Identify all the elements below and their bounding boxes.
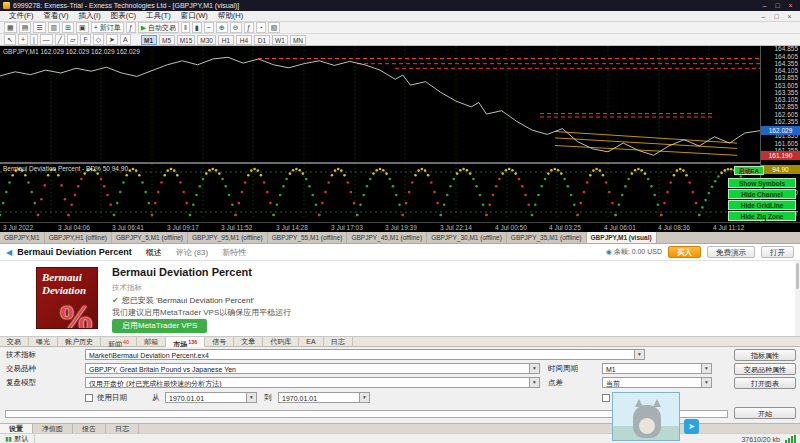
indicator-select[interactable]: Market\Bermaui Deviation Percent.ex4 ▾ xyxy=(85,349,645,360)
menu-item[interactable]: 图表(C) xyxy=(106,11,141,20)
profile-selector[interactable]: ▮▮ 默认 xyxy=(0,434,35,443)
fibonacci-icon[interactable]: F xyxy=(80,34,90,45)
menu-item[interactable]: 工具(T) xyxy=(141,11,176,20)
chevron-down-icon[interactable]: ▾ xyxy=(701,364,711,373)
period-d1[interactable]: D1 xyxy=(254,35,270,45)
chevron-down-icon[interactable]: ▾ xyxy=(529,378,539,387)
channel-icon[interactable]: ▱ xyxy=(67,34,78,45)
child-minimize-button[interactable]: – xyxy=(757,12,770,21)
dock-tab-code-base[interactable]: 代码库 xyxy=(263,337,299,347)
use-date-checkbox[interactable] xyxy=(85,394,93,402)
dock-tab-account-history[interactable]: 账户历史 xyxy=(58,337,101,347)
vertical-line-icon[interactable]: | xyxy=(30,34,38,45)
tab-reviews[interactable]: 评论 (83) xyxy=(176,247,208,258)
start-button[interactable]: 开始 xyxy=(734,407,796,419)
period-m5[interactable]: M5 xyxy=(159,35,175,45)
chart-tab[interactable]: GBPJPY_30,M1 (offline) xyxy=(427,232,507,244)
chart-tab[interactable]: GBPJPY_45,M1 (offline) xyxy=(347,232,427,244)
enable-vps-button[interactable]: 启用MetaTrader VPS xyxy=(112,319,207,333)
telegram-icon[interactable]: ➤ xyxy=(684,419,699,434)
profiles-icon[interactable]: ▤ xyxy=(19,22,32,33)
bar-chart-icon[interactable]: ‖ xyxy=(181,22,190,33)
dock-tab-mailbox[interactable]: 邮箱 xyxy=(137,337,166,347)
dock-tab-journal[interactable]: 日志 xyxy=(324,337,353,347)
chevron-down-icon[interactable]: ▾ xyxy=(246,393,256,402)
menu-item[interactable]: 帮助(H) xyxy=(213,11,248,20)
candlestick-icon[interactable]: ▮ xyxy=(192,22,202,33)
minimize-button[interactable]: – xyxy=(758,1,771,10)
menu-item[interactable]: 文件(F) xyxy=(4,11,39,20)
close-button[interactable]: × xyxy=(784,1,797,10)
menu-item[interactable]: 查看(V) xyxy=(39,11,74,20)
dock-tab-trade[interactable]: 交易 xyxy=(0,337,29,347)
shapes-icon[interactable]: ◇ xyxy=(93,34,104,45)
menu-item[interactable]: 窗口(W) xyxy=(176,11,213,20)
promo-video-popup[interactable] xyxy=(612,392,680,441)
chart-tab[interactable]: GBPJPY_35,M1 (offline) xyxy=(507,232,587,244)
scrollbar[interactable] xyxy=(795,261,800,336)
tab-overview[interactable]: 概述 xyxy=(146,247,162,258)
market-watch-icon[interactable]: ☰ xyxy=(33,22,45,33)
model-select[interactable]: 仅用开盘价 (对已完成柱最快速的分析方法) ▾ xyxy=(85,377,540,388)
indicators-icon[interactable]: ƒ xyxy=(244,22,254,33)
new-chart-icon[interactable]: ▦ xyxy=(4,22,17,33)
chart-tab[interactable]: GBPJPY,M1 xyxy=(0,232,45,244)
open-button[interactable]: 打开 xyxy=(761,246,794,258)
symbol-select[interactable]: GBPJPY, Great Britain Pound vs Japanese … xyxy=(85,363,540,374)
dock-tab-market[interactable]: 市场136 xyxy=(166,337,205,347)
optimization-checkbox[interactable] xyxy=(602,394,610,402)
chart-area[interactable]: 3 Jul 20223 Jul 04:063 Jul 06:413 Jul 09… xyxy=(0,46,800,232)
dock-tab-exposure[interactable]: 曝光 xyxy=(29,337,58,347)
buy-button[interactable]: 买入 xyxy=(668,246,701,258)
chart-overlay-button[interactable]: Hide GridLine xyxy=(728,200,796,210)
dock-tab-news[interactable]: 新闻40 xyxy=(101,337,137,347)
to-date-field[interactable]: 1970.01.01 ▾ xyxy=(278,392,370,403)
templates-icon[interactable]: ▧ xyxy=(268,22,281,33)
from-date-field[interactable]: 1970.01.01 ▾ xyxy=(165,392,257,403)
period-m1[interactable]: M1 xyxy=(141,35,157,45)
zoom-out-icon[interactable]: ⊖ xyxy=(230,22,242,33)
chart-tab[interactable]: GBPJPY_95,M1 (offline) xyxy=(188,232,268,244)
data-window-icon[interactable]: ▥ xyxy=(48,22,61,33)
trendline-icon[interactable]: ╱ xyxy=(55,34,65,45)
period-m15[interactable]: M15 xyxy=(177,35,196,45)
dock-tab-experts[interactable]: EA xyxy=(299,337,323,347)
terminal-icon[interactable]: ▣ xyxy=(76,22,89,33)
child-close-button[interactable]: × xyxy=(783,12,796,21)
period-mn[interactable]: MN xyxy=(290,35,306,45)
chart-overlay-button[interactable]: Show Symbols xyxy=(728,178,796,188)
expert-advisors-icon[interactable]: ƒ xyxy=(126,22,136,33)
symbol-properties-button[interactable]: 交易品种属性 xyxy=(734,363,796,375)
indicator-properties-button[interactable]: 指标属性 xyxy=(734,349,796,361)
cursor-icon[interactable]: ↖ xyxy=(4,34,16,45)
new-order-button[interactable]: +新订单 xyxy=(91,22,124,33)
chevron-down-icon[interactable]: ▾ xyxy=(701,378,711,387)
dock-tab-articles[interactable]: 文章 xyxy=(234,337,263,347)
indicator-chart[interactable] xyxy=(0,164,760,220)
chart-overlay-button[interactable]: Hide Channel xyxy=(728,189,796,199)
maximize-button[interactable]: □ xyxy=(771,1,784,10)
timeframes-icon[interactable]: ◔ xyxy=(256,22,266,33)
navigator-icon[interactable]: ⊞ xyxy=(62,22,74,33)
chart-overlay-button[interactable]: Hide Ziq Zone xyxy=(728,211,796,221)
period-h4[interactable]: H4 xyxy=(236,35,252,45)
text-tool-icon[interactable]: A xyxy=(120,34,131,45)
open-chart-button[interactable]: 打开图表 xyxy=(734,377,796,389)
child-restore-button[interactable]: □ xyxy=(770,12,783,21)
crosshair-icon[interactable]: + xyxy=(18,34,28,45)
period-m30[interactable]: M30 xyxy=(197,35,216,45)
chart-tab[interactable]: GBPJPY_5,M1 (offline) xyxy=(112,232,188,244)
ea-toggle-button[interactable]: 启动EA xyxy=(734,166,764,175)
line-chart-icon[interactable]: ~ xyxy=(204,22,214,33)
demo-button[interactable]: 免费演示 xyxy=(707,246,755,258)
spread-select[interactable]: 当前 ▾ xyxy=(602,377,712,388)
dock-tab-signals[interactable]: 信号 xyxy=(205,337,234,347)
chart-tab[interactable]: GBPJPY,H1 (offline) xyxy=(45,232,112,244)
period-w1[interactable]: W1 xyxy=(272,35,288,45)
period-select[interactable]: M1 ▾ xyxy=(602,363,712,374)
chevron-down-icon[interactable]: ▾ xyxy=(359,393,369,402)
period-h1[interactable]: H1 xyxy=(218,35,234,45)
price-chart[interactable] xyxy=(0,46,760,162)
chart-tab[interactable]: GBPJPY_55,M1 (offline) xyxy=(268,232,348,244)
tab-whats-new[interactable]: 新特性 xyxy=(222,247,246,258)
